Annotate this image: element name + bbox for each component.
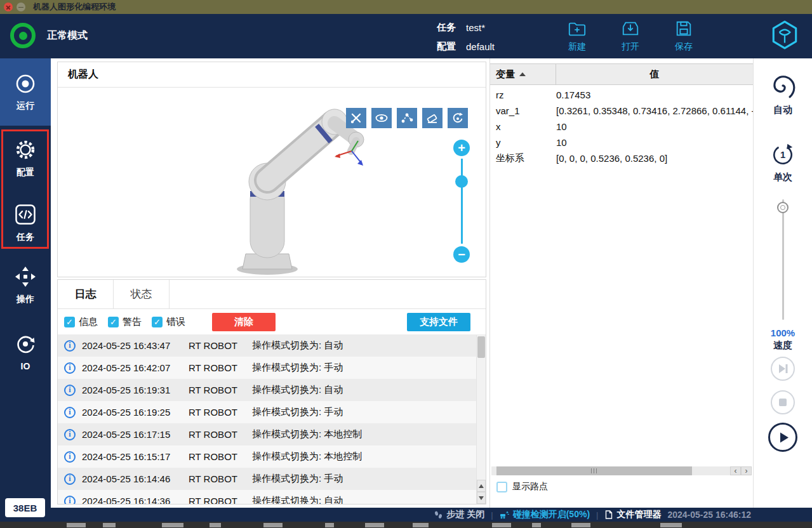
sidebar-item-operation[interactable]: 操作: [0, 265, 51, 305]
file-manager-button[interactable]: 文件管理器: [604, 509, 661, 520]
task-row: 任务 test*: [437, 18, 495, 37]
hscroll-thumb[interactable]: [496, 466, 692, 475]
taskbar-app-button[interactable]: [67, 523, 86, 527]
taskbar-app-button[interactable]: [162, 523, 183, 527]
log-scrollbar[interactable]: [476, 335, 486, 504]
hscroll-track[interactable]: [491, 466, 730, 475]
sidebar-item-task[interactable]: 任务: [0, 203, 51, 243]
hscroll-left-button[interactable]: ‹: [730, 466, 741, 475]
log-entry[interactable]: i 2024-05-25 16:15:17 RT ROBOT 操作模式切换为: …: [58, 446, 486, 468]
filter-info[interactable]: ✓ 信息: [64, 316, 98, 328]
code-icon: [14, 203, 37, 226]
io-cycle-icon: [14, 333, 37, 355]
log-entry[interactable]: i 2024-05-25 16:17:15 RT ROBOT 操作模式切换为: …: [58, 423, 486, 446]
log-tab-bar: 日志 状态: [58, 280, 486, 309]
log-message: 操作模式切换为: 手动: [252, 406, 486, 418]
taskbar-app-button[interactable]: [413, 523, 429, 527]
app-window: 机器人图形化编程环境 正常模式 任务 test* 配置 default 新建: [0, 0, 812, 528]
hscroll-right-button[interactable]: ›: [741, 466, 752, 475]
taskbar-app-button[interactable]: [325, 523, 334, 527]
status-bar: 步进 关闭 | 碰撞检测开启(50%) | 文件管理器 2024-05-25 1…: [51, 508, 812, 522]
zoom-out-button[interactable]: −: [453, 246, 470, 263]
variables-name-header[interactable]: 变量: [490, 64, 556, 84]
auto-mode-button[interactable]: 自动: [754, 74, 812, 116]
robot-3d-viewport[interactable]: + −: [58, 88, 486, 277]
task-label: 任务: [437, 22, 456, 34]
variables-panel: 变量 值 rz 0.17453 var_1 [0.3261, 0.35348, …: [489, 58, 753, 508]
log-message: 操作模式切换为: 手动: [252, 362, 486, 374]
play-button[interactable]: [768, 423, 797, 452]
window-minimize-button[interactable]: [17, 3, 25, 11]
variable-name: y: [490, 137, 556, 148]
single-run-button[interactable]: 1 单次: [754, 142, 812, 183]
clear-log-button[interactable]: 清除: [212, 313, 276, 331]
filter-error[interactable]: ✓ 错误: [152, 316, 185, 328]
eraser-button[interactable]: [422, 108, 443, 128]
zoom-slider-track[interactable]: [461, 159, 463, 244]
speed-label: 速度: [773, 340, 792, 352]
log-scrollbar-thumb[interactable]: [477, 336, 485, 358]
log-time: 2024-05-25 16:42:07: [82, 362, 189, 373]
filter-warning[interactable]: ✓ 警告: [108, 316, 142, 328]
error-checkbox-checked[interactable]: ✓: [152, 317, 163, 327]
tab-log[interactable]: 日志: [58, 280, 114, 308]
log-entry[interactable]: i 2024-05-25 16:14:36 RT ROBOT 操作模式切换为: …: [58, 490, 486, 505]
step-forward-button[interactable]: [771, 357, 795, 381]
save-button[interactable]: 保存: [665, 19, 702, 53]
taskbar-app-button[interactable]: [532, 523, 541, 527]
stop-button[interactable]: [771, 390, 795, 414]
waypoints-checkbox-unchecked[interactable]: [496, 482, 507, 492]
new-button[interactable]: 新建: [559, 19, 596, 53]
speed-readout: 100% 速度: [754, 327, 812, 352]
taskbar-app-button[interactable]: [492, 523, 511, 527]
sidebar-item-io[interactable]: IO: [0, 333, 51, 371]
zoom-slider-handle[interactable]: [455, 175, 468, 188]
variables-table-header: 变量 值: [490, 63, 753, 85]
taskbar-app-button[interactable]: [365, 523, 384, 527]
speed-slider-handle[interactable]: [777, 202, 789, 213]
log-entry[interactable]: i 2024-05-25 16:19:25 RT ROBOT 操作模式切换为: …: [58, 401, 486, 423]
normal-mode-status-icon[interactable]: [10, 23, 36, 48]
tab-status[interactable]: 状态: [114, 280, 170, 308]
speed-slider-track[interactable]: [782, 199, 784, 320]
show-waypoints-toggle[interactable]: 显示路点: [496, 481, 548, 492]
task-value: test*: [466, 22, 485, 33]
variable-row[interactable]: x 10: [490, 119, 753, 135]
scroll-down-button[interactable]: [477, 492, 486, 504]
log-entry[interactable]: i 2024-05-25 16:14:46 RT ROBOT 操作模式切换为: …: [58, 468, 486, 490]
sidebar-item-config[interactable]: 配置: [0, 138, 51, 178]
taskbar-app-button[interactable]: [210, 523, 221, 527]
warning-checkbox-checked[interactable]: ✓: [108, 317, 119, 327]
taskbar-app-button[interactable]: [571, 523, 590, 527]
scroll-up-button[interactable]: [477, 480, 486, 492]
tools-button[interactable]: [346, 108, 366, 128]
variable-row[interactable]: 坐标系 [0, 0, 0, 0.5236, 0.5236, 0]: [490, 150, 753, 166]
collision-detection-status[interactable]: 碰撞检测开启(50%): [500, 509, 590, 520]
taskbar-app-button[interactable]: [660, 523, 682, 527]
show-waypoints-label: 显示路点: [512, 481, 548, 492]
log-entry[interactable]: i 2024-05-25 16:42:07 RT ROBOT 操作模式切换为: …: [58, 357, 486, 379]
device-code-badge[interactable]: 38EB: [5, 498, 45, 517]
horizontal-scrollbar: ‹ ›: [491, 466, 752, 476]
support-files-button[interactable]: 支持文件: [407, 313, 470, 331]
variable-row[interactable]: y 10: [490, 135, 753, 150]
window-close-button[interactable]: [4, 3, 13, 11]
log-source: RT ROBOT: [189, 385, 252, 395]
taskbar-app-button[interactable]: [263, 523, 283, 527]
log-time: 2024-05-25 16:14:36: [82, 496, 189, 505]
log-entry[interactable]: i 2024-05-25 16:19:31 RT ROBOT 操作模式切换为: …: [58, 379, 486, 401]
speed-slider[interactable]: [776, 199, 789, 320]
auto-mode-label: 自动: [773, 104, 792, 116]
visibility-button[interactable]: [371, 108, 392, 128]
open-button[interactable]: 打开: [612, 19, 649, 53]
zoom-in-button[interactable]: +: [453, 140, 470, 156]
variable-row[interactable]: var_1 [0.3261, 0.35348, 0.73416, 2.72866…: [490, 103, 753, 119]
info-checkbox-checked[interactable]: ✓: [64, 317, 75, 327]
sidebar-item-run[interactable]: 运行: [0, 58, 51, 126]
rotate-view-button[interactable]: [448, 108, 468, 128]
taskbar-app-button[interactable]: [103, 523, 116, 527]
log-entry[interactable]: i 2024-05-25 16:43:47 RT ROBOT 操作模式切换为: …: [58, 334, 486, 357]
step-mode-status[interactable]: 步进 关闭: [434, 509, 484, 520]
variable-row[interactable]: rz 0.17453: [490, 87, 753, 103]
waypoint-path-button[interactable]: [397, 108, 417, 128]
